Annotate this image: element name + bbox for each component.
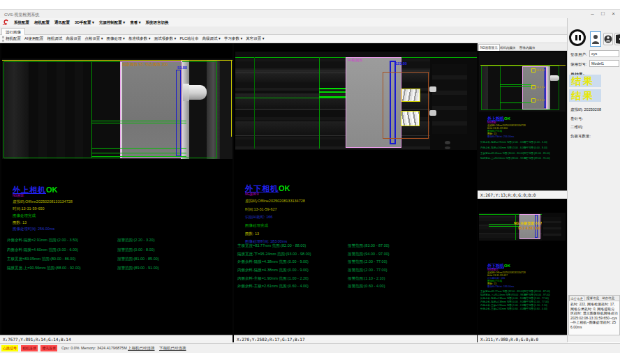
mini-image-lower[interactable]: NG:主极宽度 83.7 95.2 4.38 1.90: [479, 213, 566, 241]
model-input[interactable]: Model1: [589, 60, 619, 67]
user-button-active[interactable]: [590, 31, 601, 47]
result-box-1: 结果: [569, 75, 601, 87]
tool-camera-config[interactable]: 相机配置: [6, 36, 21, 41]
memory-usage: Memory: 3424.41796875M: [81, 346, 127, 350]
camera-image-upper[interactable]: 53.88 固定阈值:93, 动态阈值:100: [2, 59, 232, 159]
tool-camera-debug[interactable]: 相机调试: [47, 36, 62, 41]
upper-camera-status: 上相机已经连接: [128, 346, 155, 351]
mini-row: 隔膜宽度-上=90.56mm 范围:(88.00 - 92.00): [480, 157, 527, 160]
pink-roi-box: [120, 61, 182, 158]
tab-run-image[interactable]: 运行图像: [1, 28, 25, 35]
time-line: 时间:13-31-59-627: [245, 207, 277, 212]
green-roi-frame: [3, 61, 217, 158]
coords-bar-lower: X:270;Y:2502;R:17;G:17;B:17: [234, 335, 477, 343]
menu-item-light-config[interactable]: 光源控制配置 ▾: [99, 20, 125, 25]
mini-row-alarm: 报警范围:(2.20 - 3.20): [524, 141, 547, 144]
tab-strip: 运行图像: [0, 26, 567, 35]
measure-row: 内侧余料-隔膜=4.38mm 范围:(0.00 - 9.00): [237, 268, 309, 273]
result-box-2: 结果: [569, 89, 601, 102]
mini-proc-line: 图像处理时间: 183.00ms: [487, 285, 514, 288]
camera-link-badge: 相机连接: [21, 345, 38, 351]
mini-row-alarm: 报警范围:(2.00 - 77.00): [524, 301, 549, 303]
login-user-input[interactable]: cys: [589, 50, 619, 57]
alarm-range: 报警范围:(2.20 - 3.20): [117, 238, 155, 243]
mini-proc-line: 图像处理时间: 256.00ms: [487, 135, 514, 138]
mini-image-upper[interactable]: 58.3 0.1 51.2 0.2 52.9 0.1: [479, 52, 566, 112]
process-time-line: 图像处理时间: 256.00ms: [13, 227, 54, 232]
comm-link-badge: 通讯连接: [40, 345, 57, 351]
user-icon: [591, 32, 600, 46]
mini-label: 52.9 0.1: [536, 99, 545, 102]
loop-count-line: 圈数: 13: [245, 232, 259, 236]
alarm-range: 报警范围:(0.00 - 8.00): [117, 248, 155, 252]
tool-advanced-settings[interactable]: 高级设置: [66, 36, 81, 41]
menu-item-language-switch[interactable]: 系统语言切换: [145, 20, 168, 25]
measure-row: 主极宽度=83.77mm 范围:(82.00 - 88.00): [237, 243, 306, 248]
mini-row: 隔膜宽度-下=95.24mm 范围:(93.00 - 98.00): [480, 294, 527, 296]
mini-overlay-text: 95.2 4.38 1.90: [518, 226, 540, 230]
ai-time-line: 识别AI耗时: 166: [245, 215, 272, 220]
negative-tab-count-field: 负极耳数量:: [570, 134, 591, 139]
alarm-range: 报警范围:(94.00 - 97.00): [348, 252, 390, 257]
mini-row-alarm: 报警范围:(81.00 - 85.00): [524, 152, 550, 155]
measure-row: 隔膜宽度-上=90.56mm 范围:(88.00 - 92.00): [7, 266, 81, 271]
yellow-tab-box: [401, 89, 420, 102]
log-tab-storage[interactable]: 储存信息: [601, 296, 615, 301]
user-dark-button[interactable]: [603, 33, 613, 45]
measure-row: 外侧余料-隔膜=4.38mm 范围:(0.00 - 9.00): [237, 259, 309, 264]
virtual-code-field: 虚拟码: 20250208: [570, 107, 601, 112]
yellow-reference-line: [2, 60, 232, 61]
loop-count-line: 圈数: 13: [13, 220, 27, 225]
process-done-line: 图像处理完成: [13, 213, 36, 218]
coords-bar-mini-upper: X:267;Y:13;R:0;G:0;B:0: [478, 190, 567, 199]
tool-ai-use-config[interactable]: AI使用配置: [24, 36, 43, 41]
mini-row-alarm: 报警范围:(2.00 - 77.00): [524, 297, 549, 300]
mini-row-alarm: 报警范围:(83.00 - 87.00): [524, 290, 550, 293]
tool-learning-params[interactable]: 学习参数 ▾: [224, 36, 242, 41]
menu-item-view[interactable]: 查看 ▾: [130, 20, 140, 25]
tool-image-process[interactable]: 图像处理 ▾: [107, 36, 125, 41]
mini-row-alarm: 报警范围:(1.10 - 2.10): [524, 304, 547, 307]
title-bar: CVS-视觉检测系统 – □ ×: [0, 9, 620, 18]
tool-advanced-debug[interactable]: 高级调试 ▾: [202, 36, 221, 41]
mini-tab-ng-display[interactable]: NG画面显示: [478, 44, 500, 51]
blue-measure-value: 53.88: [177, 66, 187, 70]
menu-item-system-config[interactable]: 系统配置: [14, 20, 29, 25]
measure-row: 主极宽度=83.05mm 范围:(80.00 - 86.00): [7, 257, 75, 261]
alarm-range: 报警范围:(2.00 - 77.00): [348, 268, 388, 273]
log-tab-run[interactable]: 运行信息: [569, 296, 584, 301]
menu-item-comm-config[interactable]: 通讯配置: [54, 20, 70, 25]
mini-row: 主极宽度=83.77mm 范围:(82.00 - 88.00): [480, 290, 524, 293]
menu-item-3d-hand-config[interactable]: 3D手配置 ▾: [75, 20, 94, 25]
log-text: 耗时: 222, 网络检测耗时: 17, 网络分类耗时: 0, 网络提取分区耗时…: [569, 301, 619, 330]
mini-row: 内侧余料-主极=1.90mm 范围:(1.00 - 2.20): [480, 304, 526, 307]
log-tab-alarm[interactable]: 报警信息: [586, 296, 600, 301]
right-sidebar: 登录用户: cys 使用型号: Model1 总结果: 结果 结果 虚拟码: 2…: [567, 18, 620, 342]
coords-bar-upper: X:7677;Y:891;R:14;G:14;B:14: [0, 335, 232, 343]
measure-row: 隔膜宽度-下=95.24mm 范围:(93.00 - 98.00): [237, 252, 311, 257]
tool-baseline-params[interactable]: 基准线参数 ▾: [128, 36, 151, 41]
tool-check-settings[interactable]: 点检设置 ▾: [84, 36, 103, 41]
tool-other-settings[interactable]: 其它设置 ▾: [246, 36, 264, 41]
camera-image-lower[interactable]: AI检测区 123.80: [235, 52, 477, 150]
exit-button[interactable]: [614, 33, 620, 45]
mini-row: 内侧余料-隔膜=4.38mm 范围:(0.00 - 9.00): [480, 301, 526, 303]
menu-item-camera-config[interactable]: 相机配置: [34, 20, 50, 25]
threshold-label: 固定阈值:93, 动态阈值:100: [122, 62, 168, 67]
tool-plc-address[interactable]: PLC地址串: [179, 36, 198, 41]
tool-test-item-params[interactable]: 测试项参数 ▾: [154, 36, 177, 41]
brown-roi-box: [383, 72, 429, 139]
measure-row: 外侧余料-主极=2.61mm 范围:(0.60 - 4.00): [237, 284, 309, 289]
application-window: CVS-视觉检测系统 – □ × 系统配置 相机配置 通讯配置 3D手配置 ▾ …: [0, 0, 620, 364]
mini-tab-image-threshold[interactable]: 图像内阈值: [518, 45, 537, 51]
blue-measure-value-lower: 123.80: [395, 61, 407, 66]
mini-row-alarm: 报警范围:(94.00 - 97.00): [524, 294, 550, 296]
pause-button[interactable]: [569, 29, 589, 49]
mini-tab-cam-threshold[interactable]: 相机内阈值: [499, 45, 517, 51]
time-line: 时间:13-31-59-650: [13, 206, 45, 211]
measure-row: 内侧余料-主极=1.90mm 范围:(1.00 - 2.20): [237, 276, 309, 281]
model-label: 使用型号:: [570, 62, 587, 67]
window-title: CVS-视觉检测系统: [4, 12, 39, 18]
mini-row: 主极宽度=83.05mm 范围:(80.00 - 86.00): [480, 152, 524, 155]
mini-row: 内侧余料-隔膜=4.60mm 范围:(3.00 - 6.00): [480, 146, 526, 149]
